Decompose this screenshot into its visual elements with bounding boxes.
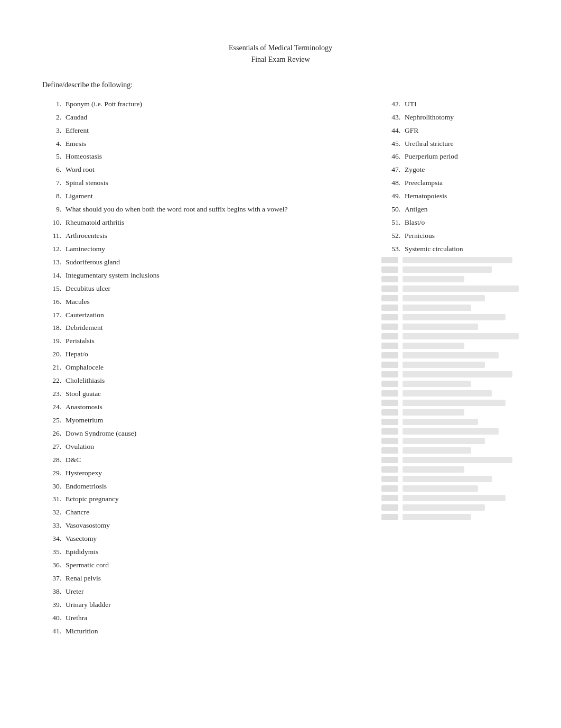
item-number: 1. (42, 99, 61, 110)
item-text: UTI (405, 99, 519, 110)
item-number: 23. (42, 389, 61, 400)
blurred-list-item (381, 257, 519, 263)
item-number: 8. (42, 191, 61, 202)
list-item: 29.Hysteropexy (42, 468, 360, 479)
item-text: Zygote (405, 164, 519, 176)
item-text: Urethra (66, 613, 360, 624)
item-number: 36. (42, 560, 61, 571)
item-text: Epididymis (66, 547, 360, 558)
list-item: 27.Ovulation (42, 441, 360, 453)
item-text: What should you do when both the word ro… (66, 204, 360, 215)
list-item: 52.Pernicious (381, 231, 519, 242)
item-number: 41. (42, 626, 61, 637)
item-number: 44. (381, 125, 400, 136)
blurred-list-item (381, 419, 519, 425)
item-number: 40. (42, 613, 61, 624)
list-item: 53.Systemic circulation (381, 244, 519, 255)
item-number: 38. (42, 586, 61, 597)
list-item: 15.Decubitus ulcer (42, 283, 360, 294)
list-item: 37.Renal pelvis (42, 573, 360, 584)
item-text: Vasectomy (66, 533, 360, 545)
list-item: 21.Omphalocele (42, 362, 360, 373)
item-text: Vasovasostomy (66, 520, 360, 531)
item-text: Sudoriferous gland (66, 257, 360, 268)
item-text: D&C (66, 455, 360, 466)
blurred-list-item (381, 438, 519, 444)
list-item: 18.Debridement (42, 322, 360, 334)
item-text: Emesis (66, 139, 360, 150)
item-number: 27. (42, 441, 61, 453)
list-item: 4.Emesis (42, 139, 360, 150)
item-number: 5. (42, 151, 61, 162)
item-text: Omphalocele (66, 362, 360, 373)
blurred-list-item (381, 324, 519, 330)
list-item: 49.Hematopoiesis (381, 191, 519, 202)
item-number: 28. (42, 455, 61, 466)
item-number: 35. (42, 547, 61, 558)
item-text: Cholelithiasis (66, 375, 360, 386)
item-text: Eponym (i.e. Pott fracture) (66, 99, 360, 110)
list-item: 46.Puerperium period (381, 151, 519, 162)
item-text: Caudad (66, 112, 360, 123)
blurred-list-item (381, 466, 519, 473)
list-item: 42.UTI (381, 99, 519, 110)
item-text: Ovulation (66, 441, 360, 453)
blurred-list-item (381, 314, 519, 320)
item-number: 19. (42, 336, 61, 347)
item-number: 32. (42, 507, 61, 518)
blurred-list-item (381, 305, 519, 311)
item-text: Blast/o (405, 217, 519, 228)
item-number: 33. (42, 520, 61, 531)
list-item: 50.Antigen (381, 204, 519, 215)
blurred-list-item (381, 276, 519, 282)
header-title: Essentials of Medical Terminology Final … (42, 42, 519, 66)
list-item: 7.Spinal stenosis (42, 178, 360, 189)
list-item: 23.Stool guaiac (42, 389, 360, 400)
blurred-list-item (381, 295, 519, 301)
list-item: 11.Arthrocentesis (42, 231, 360, 242)
item-number: 2. (42, 112, 61, 123)
left-column: 1.Eponym (i.e. Pott fracture)2.Caudad3.E… (42, 99, 360, 639)
list-item: 26.Down Syndrome (cause) (42, 428, 360, 439)
item-number: 31. (42, 494, 61, 505)
item-number: 48. (381, 178, 400, 189)
list-item: 5.Homeostasis (42, 151, 360, 162)
list-item: 6.Word root (42, 164, 360, 176)
blurred-list-item (381, 476, 519, 482)
item-text: Peristalsis (66, 336, 360, 347)
item-text: Preeclampsia (405, 178, 519, 189)
blurred-list-item (381, 371, 519, 377)
item-text: Hepat/o (66, 349, 360, 360)
list-item: 30.Endometriosis (42, 481, 360, 492)
list-item: 45.Urethral stricture (381, 139, 519, 150)
item-text: Macules (66, 297, 360, 308)
item-number: 52. (381, 231, 400, 242)
list-item: 19.Peristalsis (42, 336, 360, 347)
item-text: Homeostasis (66, 151, 360, 162)
blurred-list-item (381, 504, 519, 511)
item-text: Pernicious (405, 231, 519, 242)
item-text: Debridement (66, 322, 360, 334)
item-number: 12. (42, 244, 61, 255)
item-text: Systemic circulation (405, 244, 519, 255)
item-number: 18. (42, 322, 61, 334)
item-text: Laminectomy (66, 244, 360, 255)
blurred-list-item (381, 381, 519, 387)
title-line1: Essentials of Medical Terminology (42, 42, 519, 54)
item-text: Anastomosis (66, 402, 360, 413)
list-item: 35.Epididymis (42, 547, 360, 558)
item-number: 13. (42, 257, 61, 268)
item-text: Puerperium period (405, 151, 519, 162)
item-text: Word root (66, 164, 360, 176)
blurred-list-item (381, 485, 519, 492)
item-number: 3. (42, 125, 61, 136)
item-number: 43. (381, 112, 400, 123)
item-number: 39. (42, 600, 61, 611)
item-number: 50. (381, 204, 400, 215)
item-text: Hysteropexy (66, 468, 360, 479)
item-text: Arthrocentesis (66, 231, 360, 242)
item-text: Ligament (66, 191, 360, 202)
list-item: 25.Myometrium (42, 415, 360, 426)
item-text: Cauterization (66, 310, 360, 321)
right-column: 42.UTI43.Nephrolithotomy44.GFR45.Urethra… (381, 99, 519, 523)
